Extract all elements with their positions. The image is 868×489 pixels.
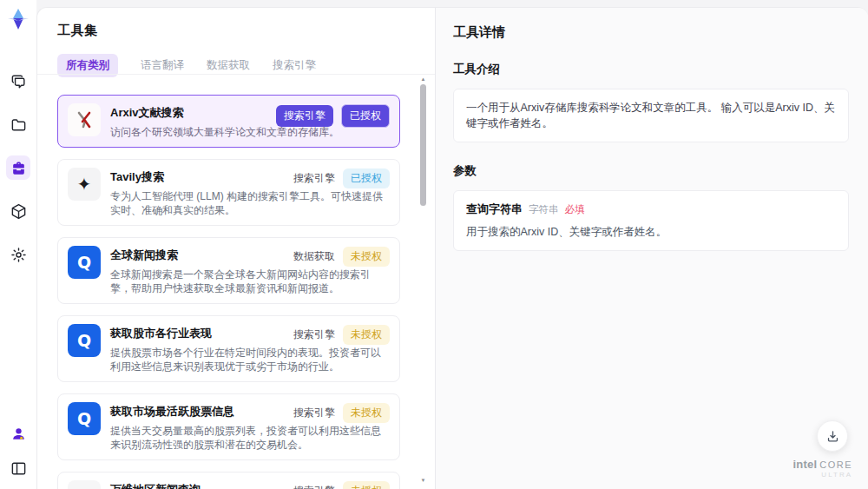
param-type: 字符串: [529, 203, 559, 216]
tab-search-engine[interactable]: 搜索引擎: [273, 58, 316, 73]
panel-layout-icon: [10, 460, 27, 477]
params-heading: 参数: [453, 163, 849, 179]
param-box: 查询字符串 字符串 必填 用于搜索的Arxiv ID、关键字或作者姓名。: [453, 190, 849, 251]
user-avatar-icon: [10, 426, 27, 442]
category-badge: 搜索引擎: [293, 171, 335, 186]
category-badge: 搜索引擎: [293, 406, 335, 420]
auth-status-badge: 已授权: [343, 169, 390, 188]
param-name: 查询字符串: [466, 202, 523, 217]
tool-description: 专为人工智能代理 (LLM) 构建的搜索引擎工具。可快速提供实时、准确和真实的结…: [110, 189, 390, 217]
tool-card-regional-news[interactable]: 万维地区新闻查询 查询具体行政区划内的新闻，快速了解各地新闻动 搜索引擎 未授权: [57, 472, 400, 489]
cube-icon: [10, 203, 27, 220]
app-logo: [4, 6, 32, 34]
tool-detail-panel: 工具详情 工具介绍 一个用于从Arxiv存储库搜索科学论文和文章的工具。 输入可…: [435, 8, 868, 489]
sidebar-item-models[interactable]: [6, 199, 30, 223]
category-tabs: 所有类别 语言翻译 数据获取 搜索引擎: [57, 54, 435, 88]
list-scrollbar[interactable]: ▲ ▼: [419, 76, 427, 484]
param-required-flag: 必填: [565, 203, 585, 216]
chat-icon: [10, 73, 27, 89]
category-badge: 搜索引擎: [293, 327, 335, 342]
news-search-icon: Q: [68, 246, 101, 279]
tool-description: 提供股票市场各个行业在特定时间段内的表现。投资者可以利用这些信息来识别表现优于或…: [110, 346, 390, 373]
auth-status-badge: 未授权: [343, 403, 390, 423]
intro-heading: 工具介绍: [453, 62, 849, 77]
folder-icon: [10, 116, 27, 133]
tavily-star-icon: ✦: [68, 168, 101, 201]
category-badge: 搜索引擎: [276, 105, 333, 127]
intel-brand-text: intel: [792, 459, 817, 470]
user-avatar-button[interactable]: [6, 421, 30, 446]
tool-card-stock-sectors[interactable]: Q 获取股市各行业表现 提供股票市场各个行业在特定时间段内的表现。投资者可以利用…: [57, 315, 400, 382]
tool-card-active-stocks[interactable]: Q 获取市场最活跃股票信息 提供当天交易量最高的股票列表，投资者可以利用这些信息…: [57, 393, 400, 460]
category-badge: 搜索引擎: [293, 484, 335, 489]
sidebar-item-files[interactable]: [6, 112, 30, 136]
auth-status-badge: 未授权: [343, 247, 390, 267]
regional-news-icon: [68, 480, 101, 489]
sidebar-item-tools[interactable]: [6, 155, 30, 180]
toolbox-icon: [10, 160, 27, 176]
auth-status-badge: 未授权: [343, 325, 390, 345]
scroll-up-icon[interactable]: ▲: [419, 76, 427, 83]
active-stock-icon: Q: [68, 402, 101, 435]
tool-list-panel: 工具集 所有类别 语言翻译 数据获取 搜索引擎 Arxiv文献搜索: [37, 8, 435, 489]
tool-card-arxiv[interactable]: Arxiv文献搜索 访问各个研究领域大量科学论文和文章的存储库。 搜索引擎 已授…: [57, 95, 400, 148]
download-button[interactable]: [817, 420, 848, 452]
tool-description: 全球新闻搜索是一个聚合全球各大新闻网站内容的搜索引擎，帮助用户快速获取全球最新资…: [110, 268, 390, 295]
tool-description: 提供当天交易量最高的股票列表，投资者可以利用这些信息来识别流动性强的股票和潜在的…: [110, 424, 390, 452]
main-panel: 工具集 所有类别 语言翻译 数据获取 搜索引擎 Arxiv文献搜索: [36, 7, 868, 489]
sidebar-item-settings[interactable]: [6, 242, 30, 267]
gear-icon: [10, 247, 27, 263]
tool-card-tavily[interactable]: ✦ Tavily搜索 专为人工智能代理 (LLM) 构建的搜索引擎工具。可快速提…: [57, 159, 400, 226]
auth-status-badge: 未授权: [343, 481, 390, 489]
arxiv-logo-icon: [68, 103, 101, 136]
tab-data-fetch[interactable]: 数据获取: [207, 58, 250, 73]
core-brand-text: CORE: [819, 460, 852, 470]
intro-box: 一个用于从Arxiv存储库搜索科学论文和文章的工具。 输入可以是Arxiv ID…: [453, 89, 849, 142]
sidebar-item-chat[interactable]: [6, 69, 30, 93]
tabs-divider: [37, 74, 435, 75]
left-rail: [0, 0, 36, 489]
stock-sector-icon: Q: [68, 324, 101, 357]
scroll-down-icon[interactable]: ▼: [419, 477, 427, 484]
tab-translation[interactable]: 语言翻译: [141, 58, 184, 73]
tool-card-global-news[interactable]: Q 全球新闻搜索 全球新闻搜索是一个聚合全球各大新闻网站内容的搜索引擎，帮助用户…: [57, 237, 400, 304]
category-badge: 数据获取: [293, 249, 335, 264]
auth-status-badge: 已授权: [341, 104, 390, 128]
intel-core-logo: intel CORE ULTRA: [792, 459, 852, 479]
page-title: 工具集: [57, 23, 435, 39]
detail-title: 工具详情: [453, 24, 849, 41]
collapse-sidebar-button[interactable]: [6, 456, 30, 480]
scrollbar-thumb[interactable]: [420, 84, 426, 206]
tool-card-list: Arxiv文献搜索 访问各个研究领域大量科学论文和文章的存储库。 搜索引擎 已授…: [57, 95, 435, 489]
intro-text: 一个用于从Arxiv存储库搜索科学论文和文章的工具。 输入可以是Arxiv ID…: [466, 100, 836, 131]
ultra-brand-text: ULTRA: [821, 472, 852, 479]
param-description: 用于搜索的Arxiv ID、关键字或作者姓名。: [466, 225, 836, 240]
download-icon: [825, 429, 840, 444]
